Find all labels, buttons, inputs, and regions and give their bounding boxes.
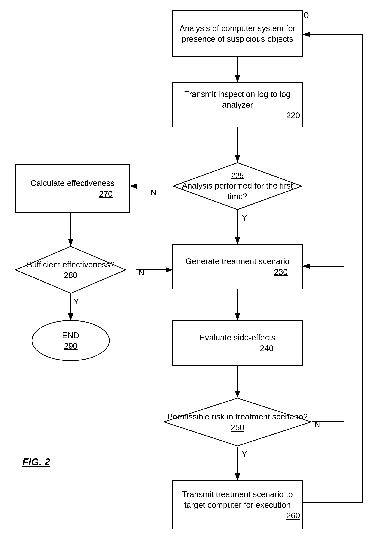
label-280-n: N [139, 268, 145, 277]
diamond-225: 225 Analysis performed for the first tim… [172, 162, 303, 210]
box-240: Evaluate side-effects 240 [172, 320, 303, 366]
diagram-container: 210 Analysis of computer system for pres… [0, 0, 392, 536]
box-260: Transmit treatment scenario to target co… [172, 480, 303, 530]
label-225-y: Y [242, 213, 247, 222]
fig-label: FIG. 2 [22, 456, 50, 468]
diamond-280: Sufficient effectiveness? 280 [15, 246, 126, 294]
oval-290: END 290 [32, 320, 110, 361]
label-225-n: N [151, 188, 157, 197]
label-250-n: N [314, 420, 320, 429]
diamond-250: Permissible risk in treatment scenario? … [163, 397, 312, 447]
box-270: Calculate effectiveness 270 [15, 164, 130, 213]
box-220: Transmit inspection log to log analyzer … [172, 82, 303, 128]
box-230: Generate treatment scenario 230 [172, 244, 303, 289]
label-280-y: Y [74, 297, 79, 306]
box-210: Analysis of computer system for presence… [172, 10, 303, 57]
label-250-y: Y [242, 450, 247, 459]
